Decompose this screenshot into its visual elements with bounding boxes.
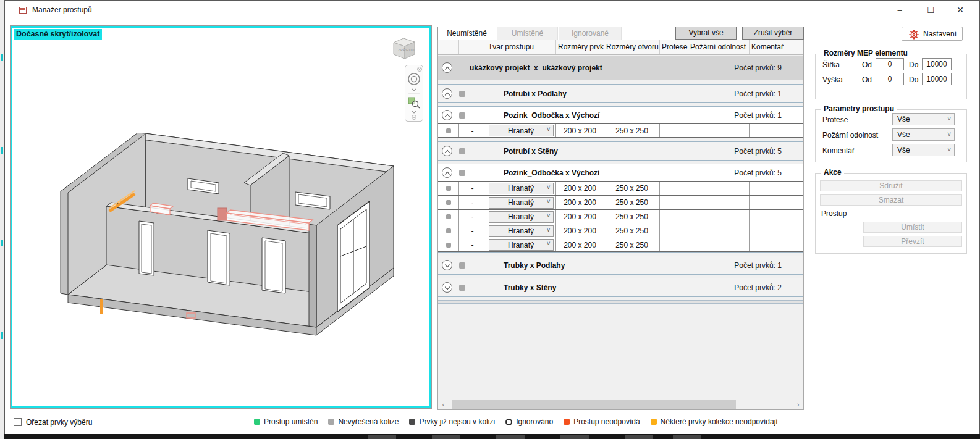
group-count: Počet prvků: 1 [734,261,782,270]
collapse-icon[interactable] [442,167,452,178]
legend-item: Prostup neodpovídá [564,417,640,426]
status-indicator [446,128,451,133]
shape-dropdown[interactable]: Hranatý ˅ [489,183,554,194]
scrollbar-thumb[interactable] [452,400,736,409]
comment-select[interactable]: Vše˅ [892,144,955,156]
cell-opening-size: 250 x 250 [604,124,660,137]
collapse-icon[interactable] [442,110,452,120]
legend-item: Některé prvky kolekce neodpovídají [651,417,778,426]
params-title: Parametry prostupu [821,104,897,113]
fire-resistance-select[interactable]: Vše˅ [892,128,955,141]
width-from-input[interactable]: 0 [876,58,904,70]
3d-viewport[interactable]: Dočasně skrýt/izolovat [10,25,432,409]
collision-row[interactable]: - Hranatý ˅ 200 x 200 250 x 250 [438,123,803,138]
col-profession: Profese [660,40,688,54]
maximize-button[interactable]: ☐ [916,1,945,20]
collapse-icon[interactable] [442,146,452,156]
legend-item: Ignorováno [505,417,553,426]
collapse-icon[interactable] [442,62,452,73]
collision-row[interactable]: - Hranatý ˅ 200 x 200 250 x 250 [438,181,803,195]
tab-neumistene[interactable]: Neumístěné [437,27,496,40]
height-to-input[interactable]: 10000 [922,73,952,85]
clear-selection-button[interactable]: Zrušit výběr [742,27,804,40]
height-to-label: Do [909,75,918,84]
project-group-row[interactable]: ukázkový projekt x ukázkový projekt Poče… [438,56,803,80]
legend-item: Prvky již nejsou v kolizi [409,417,495,426]
status-legend: Prostup umístěn Nevyřešená kolize Prvky … [254,417,778,426]
shape-dropdown[interactable]: Hranatý ˅ [489,125,554,136]
tab-umistene[interactable]: Umístěné [497,27,558,40]
horizontal-scrollbar[interactable]: ‹ › [438,399,803,409]
cell-comment [750,238,803,251]
profession-select[interactable]: Vše˅ [892,113,955,125]
shape-dropdown[interactable]: Hranatý ˅ [489,211,554,223]
col-element-size: Rozměry prvku [556,40,604,54]
chevron-down-icon: ˅ [547,227,551,233]
status-indicator [459,91,465,97]
legend-marker-icon [409,419,415,425]
place-button[interactable]: Umístit [863,222,962,233]
shape-dropdown[interactable]: Hranatý ˅ [489,197,554,209]
collapse-icon[interactable] [442,88,452,99]
collection-group-row[interactable]: Potrubí x Stěny Počet prvků: 5 [438,142,803,160]
collection-group-row[interactable]: Potrubí x Podlahy Počet prvků: 1 [438,85,803,102]
width-to-input[interactable]: 10000 [922,58,952,70]
title-bar: Manažer prostupů – ☐ ✕ [5,1,979,20]
settings-button[interactable]: Nastavení [902,27,963,41]
cell-fire-resistance [688,182,750,195]
close-button[interactable]: ✕ [946,1,974,20]
collapse-icon[interactable] [442,260,452,270]
scroll-right-icon[interactable]: › [793,399,803,409]
scroll-left-icon[interactable]: ‹ [438,399,449,409]
collapse-icon[interactable] [442,282,452,293]
height-label: Výška [822,75,843,84]
group-count: Počet prvků: 1 [734,90,782,98]
legend-marker-icon [651,419,657,425]
legend-label: Prostup umístěn [264,417,318,426]
width-from-label: Od [862,61,872,69]
collision-row[interactable]: - Hranatý ˅ 200 x 200 250 x 250 [438,238,803,252]
group-title: ukázkový projekt x ukázkový projekt [470,64,602,72]
subcollection-group-row[interactable]: Pozink_Odbočka x Výchozí Počet prvků: 5 [438,164,803,181]
sub-rows: - Hranatý ˅ 200 x 200 250 x 250 - Hranat… [438,181,803,252]
cell-fire-resistance [688,224,750,238]
chevron-down-icon: ˅ [547,212,551,219]
group-count: Počet prvků: 1 [734,111,782,120]
minimize-button[interactable]: – [885,1,914,20]
group-title: Potrubí x Podlahy [504,90,567,98]
collisions-grid: Tvar prostupu Rozměry prvku Rozměry otvo… [437,40,804,410]
cell-element-size: 200 x 200 [556,238,604,251]
viewcube-front-label: ZPŘEDU [398,48,415,52]
collision-row[interactable]: - Hranatý ˅ 200 x 200 250 x 250 [438,209,803,224]
collection-group-row[interactable]: Trubky x Podlahy Počet prvků: 1 [438,256,803,274]
col-placeholder [459,40,486,54]
merge-button[interactable]: Sdružit [820,180,962,191]
desktop-bottom-edge [4,434,980,439]
chevron-down-icon: ˅ [547,240,551,247]
cell-dash: - [459,224,486,238]
shape-dropdown[interactable]: Hranatý ˅ [489,239,554,251]
shape-dropdown-value: Hranatý [508,127,534,135]
clip-selection-checkbox[interactable] [14,418,22,426]
cell-fire-resistance [688,210,750,224]
cell-element-size: 200 x 200 [556,124,604,137]
building-3d-model [51,133,421,355]
collision-row[interactable]: - Hranatý ˅ 200 x 200 250 x 250 [438,195,803,209]
delete-button[interactable]: Smazat [820,194,962,206]
shape-dropdown[interactable]: Hranatý ˅ [489,225,554,237]
cell-profession [660,224,688,238]
select-all-button[interactable]: Vybrat vše [675,27,737,40]
cell-profession [660,196,688,209]
cell-fire-resistance [688,124,750,137]
subcollection-group-row[interactable]: Pozink_Odbočka x Výchozí Počet prvků: 1 [438,107,803,123]
collision-row[interactable]: - Hranatý ˅ 200 x 200 250 x 250 [438,224,803,238]
group-title: Pozink_Odbočka x Výchozí [504,111,599,120]
tab-ignorovane[interactable]: Ignorované [559,27,622,40]
width-label: Šířka [822,61,840,69]
cell-fire-resistance [688,238,750,251]
collection-group-row[interactable]: Trubky x Stěny Počet prvků: 2 [438,278,803,296]
height-from-input[interactable]: 0 [876,73,904,85]
cell-element-size: 200 x 200 [556,210,604,224]
adopt-button[interactable]: Převzít [863,236,962,247]
group-count: Počet prvků: 5 [734,169,782,177]
